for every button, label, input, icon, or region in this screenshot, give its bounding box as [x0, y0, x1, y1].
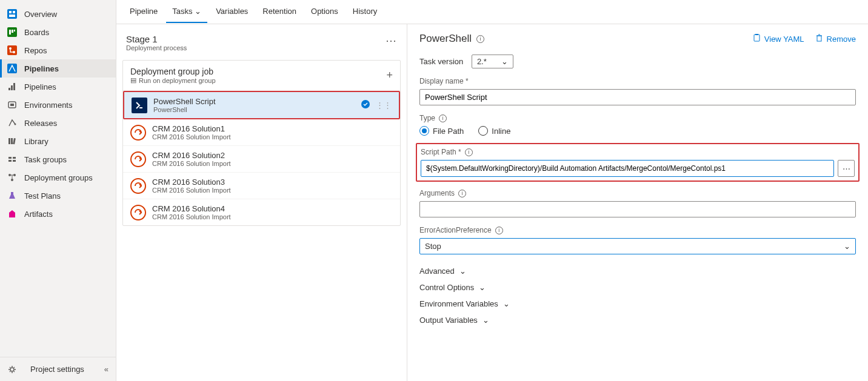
info-icon[interactable]: i — [439, 114, 447, 122]
trash-icon — [815, 34, 823, 44]
section-advanced[interactable]: Advanced⌄ — [419, 263, 856, 279]
erroraction-select[interactable]: Stop ⌄ — [419, 238, 856, 254]
task-row-crm2[interactable]: CRM 2016 Solution2 CRM 2016 Solution Imp… — [123, 146, 400, 173]
sidebar-item-label: Test Plans — [24, 191, 61, 200]
crm-icon — [130, 178, 146, 194]
stage-column: Stage 1 Deployment process ⋯ Deployment … — [116, 24, 407, 381]
info-icon[interactable]: i — [476, 35, 484, 43]
view-yaml-button[interactable]: View YAML — [753, 34, 804, 44]
arguments-input[interactable] — [419, 201, 856, 217]
svg-rect-24 — [13, 160, 16, 162]
tab-retention[interactable]: Retention — [256, 1, 302, 23]
svg-point-33 — [131, 179, 145, 193]
info-icon[interactable]: i — [495, 227, 503, 234]
svg-rect-5 — [9, 30, 11, 35]
type-radio-inline[interactable]: Inline — [478, 126, 510, 136]
sidebar-item-repos[interactable]: Repos — [0, 41, 116, 59]
task-row-crm1[interactable]: CRM 2016 Solution1 CRM 2016 Solution Imp… — [123, 119, 400, 146]
sidebar-item-taskgroups[interactable]: Task groups — [0, 150, 116, 168]
info-icon[interactable]: i — [465, 148, 473, 156]
tab-options[interactable]: Options — [305, 1, 344, 23]
gear-icon — [7, 365, 17, 374]
collapse-icon[interactable]: « — [104, 365, 109, 374]
tabs-bar: Pipeline Tasks ⌄ Variables Retention Opt… — [116, 0, 868, 24]
sidebar-item-label: Environments — [24, 101, 72, 110]
sidebar-item-label: Pipelines — [24, 82, 56, 91]
clipboard-icon — [753, 34, 761, 44]
svg-rect-22 — [13, 157, 16, 159]
deploymentgroups-icon — [7, 173, 17, 182]
sidebar-item-testplans[interactable]: Test Plans — [0, 187, 116, 205]
sidebar-item-overview[interactable]: Overview — [0, 5, 116, 23]
sidebar-list: Overview Boards Repos Pipelines Pipeline… — [0, 0, 116, 357]
svg-rect-16 — [10, 104, 14, 106]
server-icon: ▤ — [130, 76, 136, 84]
info-icon[interactable]: i — [458, 190, 466, 197]
svg-rect-14 — [13, 83, 15, 90]
environments-icon — [7, 100, 17, 110]
section-control-options[interactable]: Control Options⌄ — [419, 279, 856, 296]
content: Stage 1 Deployment process ⋯ Deployment … — [116, 24, 868, 381]
svg-point-9 — [9, 47, 12, 50]
script-path-highlight: Script Path * i ⋯ — [416, 143, 860, 182]
svg-rect-6 — [12, 30, 13, 33]
section-output-variables[interactable]: Output Variables⌄ — [419, 312, 856, 328]
sidebar: Overview Boards Repos Pipelines Pipeline… — [0, 0, 116, 381]
sidebar-item-boards[interactable]: Boards — [0, 23, 116, 41]
svg-point-31 — [131, 125, 145, 140]
svg-rect-35 — [754, 35, 760, 41]
display-name-input[interactable] — [419, 89, 856, 105]
task-row-powershell[interactable]: PowerShell Script PowerShell ⋮⋮ — [123, 91, 400, 119]
svg-rect-23 — [8, 160, 12, 162]
chevron-down-icon: ⌄ — [459, 267, 466, 276]
sidebar-item-label: Boards — [24, 28, 49, 37]
sidebar-item-pipelines-sub[interactable]: Pipelines — [0, 78, 116, 96]
sidebar-item-label: Overview — [24, 10, 57, 19]
job-card: Deployment group job ▤ Run on deployment… — [122, 60, 401, 226]
section-environment-variables[interactable]: Environment Variables⌄ — [419, 296, 856, 312]
details-column: PowerShell i View YAML Remove Task versi… — [407, 24, 868, 381]
svg-rect-7 — [14, 30, 15, 31]
task-title: CRM 2016 Solution3 — [152, 177, 393, 187]
tab-variables[interactable]: Variables — [210, 1, 254, 23]
chevron-down-icon: ⌄ — [195, 7, 201, 16]
svg-rect-21 — [8, 157, 12, 159]
add-task-button[interactable]: + — [386, 69, 393, 82]
browse-button[interactable]: ⋯ — [838, 160, 855, 177]
sidebar-item-artifacts[interactable]: Artifacts — [0, 205, 116, 223]
chevron-down-icon: ⌄ — [503, 299, 510, 308]
remove-button[interactable]: Remove — [815, 34, 856, 44]
powershell-icon — [132, 98, 147, 113]
svg-rect-28 — [9, 213, 15, 217]
script-path-input[interactable] — [421, 160, 834, 177]
task-version-select[interactable]: 2.* ⌄ — [472, 55, 513, 68]
sidebar-item-releases[interactable]: Releases — [0, 114, 116, 132]
job-header[interactable]: Deployment group job ▤ Run on deployment… — [123, 61, 400, 91]
sidebar-item-deploymentgroups[interactable]: Deployment groups — [0, 168, 116, 187]
script-path-label: Script Path * i — [421, 148, 855, 156]
stage-more-button[interactable]: ⋯ — [386, 34, 397, 47]
sidebar-item-library[interactable]: Library — [0, 132, 116, 150]
main: Pipeline Tasks ⌄ Variables Retention Opt… — [116, 0, 868, 381]
task-sub: CRM 2016 Solution Import — [152, 213, 393, 220]
stage-header: Stage 1 Deployment process ⋯ — [122, 30, 401, 60]
svg-point-10 — [13, 51, 15, 53]
task-row-crm4[interactable]: CRM 2016 Solution4 CRM 2016 Solution Imp… — [123, 199, 400, 225]
details-title: PowerShell — [419, 33, 472, 45]
project-settings[interactable]: Project settings « — [0, 357, 116, 381]
sidebar-item-pipelines[interactable]: Pipelines — [0, 59, 116, 78]
repos-icon — [7, 45, 17, 55]
type-radio-filepath[interactable]: File Path — [419, 126, 464, 136]
job-subtitle: ▤ Run on deployment group — [130, 76, 216, 84]
sidebar-item-label: Deployment groups — [24, 173, 93, 182]
task-sub: CRM 2016 Solution Import — [152, 133, 393, 141]
tab-tasks[interactable]: Tasks ⌄ — [166, 1, 207, 23]
stage-subtitle: Deployment process — [126, 44, 187, 51]
svg-rect-37 — [817, 36, 821, 41]
tab-pipeline[interactable]: Pipeline — [124, 1, 164, 23]
task-row-crm3[interactable]: CRM 2016 Solution3 CRM 2016 Solution Imp… — [123, 173, 400, 199]
svg-point-34 — [131, 205, 145, 220]
drag-handle-icon[interactable]: ⋮⋮ — [376, 101, 392, 110]
sidebar-item-environments[interactable]: Environments — [0, 96, 116, 114]
tab-history[interactable]: History — [347, 1, 383, 23]
